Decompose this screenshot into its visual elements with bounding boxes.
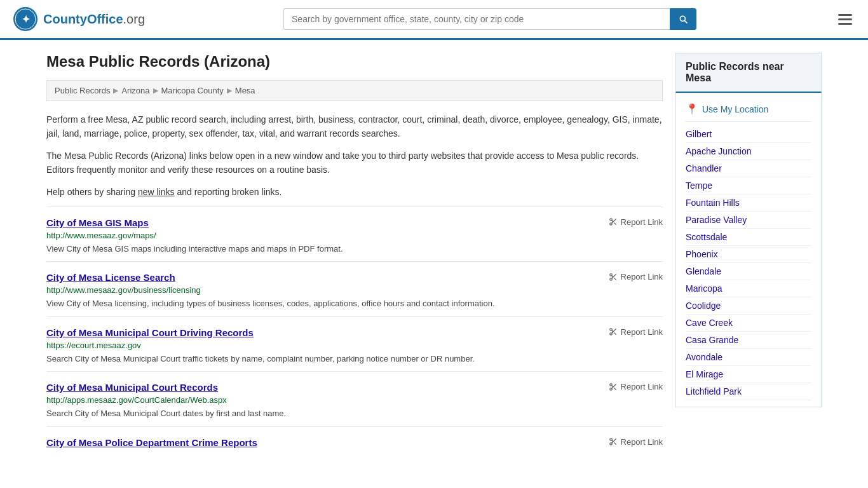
- sidebar-nearby-link[interactable]: El Mirage: [686, 366, 811, 383]
- svg-line-27: [611, 440, 613, 442]
- sidebar-nearby-link[interactable]: Tempe: [686, 177, 811, 194]
- record-header: City of Mesa Municipal Court Records Rep…: [46, 382, 663, 393]
- logo[interactable]: ✦ CountyOffice.org: [13, 6, 145, 32]
- report-link[interactable]: Report Link: [609, 217, 663, 227]
- record-title[interactable]: City of Mesa Municipal Court Records: [46, 382, 218, 393]
- svg-point-24: [609, 443, 612, 445]
- record-url[interactable]: http://apps.mesaaz.gov/CourtCalendar/Web…: [46, 395, 663, 405]
- svg-line-16: [614, 333, 616, 335]
- record-url[interactable]: http://www.mesaaz.gov/business/licensing: [46, 285, 663, 295]
- svg-point-4: [609, 223, 612, 226]
- sidebar-nearby-link[interactable]: Avondale: [686, 349, 811, 366]
- record-url[interactable]: https://ecourt.mesaaz.gov: [46, 341, 663, 350]
- sidebar-nearby-link[interactable]: Phoenix: [686, 246, 811, 263]
- breadcrumb-link-arizona[interactable]: Arizona: [121, 86, 149, 95]
- content-area: Mesa Public Records (Arizona) Public Rec…: [46, 53, 663, 457]
- svg-point-14: [609, 333, 612, 336]
- search-input[interactable]: [283, 8, 670, 30]
- sidebar-nearby-link[interactable]: Paradise Valley: [686, 212, 811, 229]
- svg-line-12: [611, 276, 613, 277]
- scissors-icon: [609, 437, 618, 446]
- search-button[interactable]: [670, 8, 696, 30]
- record-item: City of Mesa Municipal Court Records Rep…: [46, 371, 663, 426]
- svg-line-6: [614, 223, 616, 225]
- record-header: City of Mesa Municipal Court Driving Rec…: [46, 327, 663, 338]
- sidebar-nearby-link[interactable]: Cave Creek: [686, 315, 811, 332]
- record-item: City of Mesa Police Department Crime Rep…: [46, 426, 663, 457]
- report-link[interactable]: Report Link: [609, 272, 663, 281]
- logo-icon: ✦: [13, 6, 38, 32]
- description-paragraph-1: Perform a free Mesa, AZ public record se…: [46, 112, 663, 141]
- scissors-icon: [609, 217, 618, 226]
- svg-point-23: [609, 438, 612, 441]
- scissors-icon: [609, 273, 618, 281]
- record-title[interactable]: City of Mesa License Search: [46, 272, 175, 283]
- records-list: City of Mesa GIS Maps Report Link http:/…: [46, 207, 663, 457]
- menu-line: [838, 14, 852, 16]
- record-item: City of Mesa GIS Maps Report Link http:/…: [46, 207, 663, 262]
- record-title[interactable]: City of Mesa Municipal Court Driving Rec…: [46, 327, 254, 338]
- location-pin-icon: 📍: [686, 103, 698, 115]
- logo-text: CountyOffice.org: [43, 12, 145, 27]
- svg-point-3: [609, 219, 612, 221]
- svg-point-9: [609, 278, 612, 281]
- sidebar: Public Records near Mesa 📍 Use My Locati…: [675, 53, 822, 457]
- description-paragraph-2: The Mesa Public Records (Arizona) links …: [46, 149, 663, 177]
- record-description: Search City of Mesa Municipal Court traf…: [46, 353, 663, 365]
- record-title[interactable]: City of Mesa Police Department Crime Rep…: [46, 437, 257, 448]
- page-title: Mesa Public Records (Arizona): [46, 53, 663, 71]
- breadcrumb-separator: ▶: [153, 86, 158, 95]
- svg-line-7: [611, 220, 613, 222]
- svg-point-19: [609, 388, 612, 391]
- report-link[interactable]: Report Link: [609, 382, 663, 391]
- sidebar-links: GilbertApache JunctionChandlerTempeFount…: [686, 126, 811, 400]
- record-url[interactable]: http://www.mesaaz.gov/maps/: [46, 231, 663, 240]
- sidebar-nearby-link[interactable]: Chandler: [686, 160, 811, 177]
- record-header: City of Mesa GIS Maps Report Link: [46, 217, 663, 228]
- use-location-label: Use My Location: [702, 104, 768, 114]
- record-item: City of Mesa License Search Report Link …: [46, 261, 663, 316]
- menu-line: [838, 18, 852, 20]
- search-icon: [678, 14, 688, 24]
- sidebar-nearby-link[interactable]: Coolidge: [686, 297, 811, 315]
- header: ✦ CountyOffice.org: [0, 0, 868, 40]
- breadcrumb-link-public-records[interactable]: Public Records: [55, 86, 110, 95]
- record-description: View City of Mesa GIS maps including int…: [46, 243, 663, 255]
- sidebar-nearby-link[interactable]: Apache Junction: [686, 143, 811, 160]
- breadcrumb-link-mesa[interactable]: Mesa: [235, 86, 255, 95]
- record-title[interactable]: City of Mesa GIS Maps: [46, 217, 149, 228]
- svg-line-17: [611, 330, 613, 332]
- use-location-button[interactable]: 📍 Use My Location: [686, 99, 811, 122]
- scissors-icon: [609, 327, 618, 336]
- scissors-icon: [609, 383, 618, 391]
- hamburger-menu-button[interactable]: [835, 11, 855, 28]
- sidebar-inner: 📍 Use My Location GilbertApache Junction…: [675, 93, 822, 407]
- menu-line: [838, 23, 852, 25]
- new-links-link[interactable]: new links: [138, 187, 175, 197]
- svg-line-11: [614, 278, 616, 280]
- sidebar-nearby-link[interactable]: Maricopa: [686, 280, 811, 297]
- breadcrumb-link-maricopa[interactable]: Maricopa County: [161, 86, 224, 95]
- sidebar-nearby-link[interactable]: Litchfield Park: [686, 383, 811, 400]
- svg-line-22: [611, 386, 613, 387]
- sidebar-nearby-link[interactable]: Gilbert: [686, 126, 811, 143]
- record-header: City of Mesa License Search Report Link: [46, 272, 663, 283]
- sidebar-nearby-link[interactable]: Fountain Hills: [686, 194, 811, 212]
- svg-point-8: [609, 274, 612, 276]
- svg-text:✦: ✦: [22, 14, 31, 25]
- sidebar-nearby-link[interactable]: Glendale: [686, 263, 811, 280]
- report-link[interactable]: Report Link: [609, 327, 663, 337]
- record-item: City of Mesa Municipal Court Driving Rec…: [46, 316, 663, 372]
- main-layout: Mesa Public Records (Arizona) Public Rec…: [34, 40, 834, 470]
- record-description: View City of Mesa licensing, including t…: [46, 297, 663, 310]
- report-link[interactable]: Report Link: [609, 437, 663, 447]
- breadcrumb-separator: ▶: [227, 86, 232, 95]
- svg-point-13: [609, 329, 612, 331]
- sidebar-nearby-link[interactable]: Scottsdale: [686, 229, 811, 246]
- svg-line-21: [614, 388, 616, 390]
- breadcrumb: Public Records ▶ Arizona ▶ Maricopa Coun…: [46, 80, 663, 101]
- svg-point-18: [609, 384, 612, 386]
- sidebar-nearby-link[interactable]: Casa Grande: [686, 332, 811, 349]
- record-header: City of Mesa Police Department Crime Rep…: [46, 437, 663, 448]
- record-description: Search City of Mesa Municipal Court date…: [46, 407, 663, 420]
